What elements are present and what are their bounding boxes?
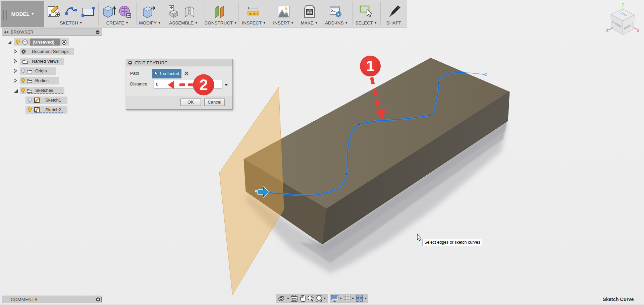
svg-text:1: 1: [366, 58, 374, 74]
svg-text:2: 2: [199, 76, 208, 94]
